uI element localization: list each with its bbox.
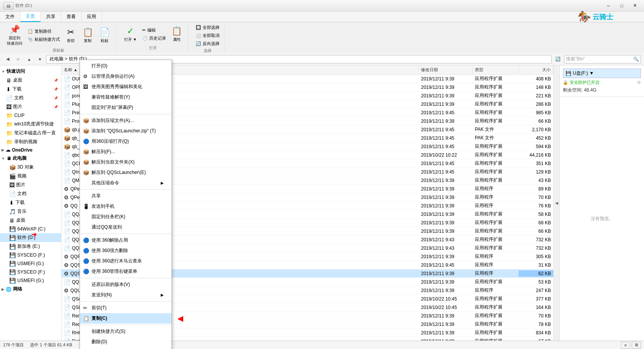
- ctx-share[interactable]: 共享: [80, 191, 171, 201]
- close-button[interactable]: ✕: [629, 2, 641, 10]
- sidebar-item-desktop[interactable]: 🖥 桌面 📌: [0, 76, 61, 85]
- ctx-cut[interactable]: ✂剪切(T): [80, 303, 171, 313]
- sidebar-item-c-drive[interactable]: 💾 64WinXP (C:): [0, 225, 61, 233]
- tab-file[interactable]: 文件: [0, 12, 20, 22]
- up-button[interactable]: ▲: [25, 55, 34, 64]
- ctx-restore-version[interactable]: 还原以前的版本(V): [80, 279, 171, 290]
- ctx-send-phone[interactable]: 📱发送到手机: [80, 201, 171, 212]
- col-date[interactable]: 修改日期: [419, 66, 473, 73]
- file-date: 2019/12/11 9:39: [419, 287, 473, 294]
- grid-view-button[interactable]: ⊞: [632, 342, 641, 349]
- tab-view[interactable]: 查看: [61, 12, 82, 22]
- minimize-button[interactable]: ─: [602, 2, 615, 10]
- ctx-add-archive[interactable]: 📦添加到压缩文件(A)...: [80, 115, 171, 126]
- panel-collapse-button[interactable]: ◀: [553, 65, 559, 341]
- file-type: 应用程序: [473, 202, 519, 209]
- sidebar-section-network[interactable]: ▶ 🌐 网络: [0, 285, 61, 294]
- file-type: 应用程序扩展: [473, 160, 519, 167]
- ctx-extract-to[interactable]: 📦解压到(F)...: [80, 147, 171, 157]
- ctx-open[interactable]: 打开(O): [80, 61, 171, 71]
- ctx-rename[interactable]: 重命名(M): [80, 347, 171, 349]
- ctx-360-unlock[interactable]: 🔵使用 360解除占用: [80, 235, 171, 245]
- edit-button[interactable]: ✏ 编辑: [141, 27, 168, 34]
- cut-button[interactable]: ✂ 剪切: [63, 27, 78, 44]
- sidebar-item-g-drive[interactable]: 💾 USMEFI (G:): [0, 259, 61, 268]
- file-size: 62 KB: [519, 271, 553, 277]
- ctx-send-qq[interactable]: 通过QQ发送到: [80, 222, 171, 232]
- copy-button[interactable]: 📋 复制: [80, 27, 95, 44]
- sidebar-item-clip[interactable]: 📁 CLIP: [0, 111, 61, 120]
- search-box[interactable]: 搜索"Bin" 🔍: [564, 55, 641, 63]
- tab-home[interactable]: 主页: [20, 12, 41, 22]
- back-button[interactable]: ◀: [3, 55, 12, 64]
- ctx-create-shortcut[interactable]: 创建快捷方式(S): [80, 326, 171, 337]
- sidebar-item-desktop2[interactable]: 🖥 桌面: [0, 216, 61, 225]
- ctx-pin-start[interactable]: 固定到"开始"屏幕(P): [80, 102, 171, 113]
- f2-drive-label: SYSCEO (F:): [17, 269, 45, 275]
- sidebar-item-documents[interactable]: 📄 文档 📌: [0, 94, 61, 102]
- tab-share[interactable]: 共享: [41, 12, 61, 22]
- paste-button[interactable]: 📄 粘贴: [97, 27, 112, 44]
- sidebar-item-disk-usage[interactable]: 📁 笔记本磁盘占用一直: [0, 129, 61, 137]
- sidebar-item-recorded-videos[interactable]: 📁 录制的视频: [0, 137, 61, 146]
- ctx-pin-taskbar[interactable]: 固定到任务栏(K): [80, 212, 171, 222]
- ctx-extract-folder[interactable]: 📦解压到 QQScLauncher\(E): [80, 167, 171, 178]
- open-button[interactable]: ✓ 打开 ▼: [122, 25, 139, 43]
- ctx-copy[interactable]: 📋复制(C) ◀: [80, 313, 171, 324]
- file-icon: ⚙: [64, 262, 69, 268]
- file-size: 452 KB: [519, 135, 553, 141]
- ctx-delete[interactable]: 删除(D): [80, 337, 171, 347]
- sidebar-item-g2-drive[interactable]: 💾 USMEFI (G:): [0, 276, 61, 285]
- paste-shortcut-button[interactable]: 📎 粘贴快捷方式: [26, 36, 62, 43]
- properties-button[interactable]: 📋 属性: [169, 25, 185, 43]
- select-all-button[interactable]: 🔲 全部选择: [194, 24, 221, 31]
- sidebar-item-e-drive[interactable]: 💾 新加卷 (E:): [0, 242, 61, 251]
- sidebar-item-pictures[interactable]: 🖼 图片 📌: [0, 102, 61, 111]
- ctx-compat[interactable]: 兼容性疑难解答(Y): [80, 92, 171, 102]
- copy-path-button[interactable]: 📋 复制路径: [26, 28, 62, 35]
- sidebar-item-f-drive[interactable]: 💾 SYSCEO (F:): [0, 251, 61, 259]
- settings-icon[interactable]: ⚙: [637, 80, 641, 85]
- ctx-360-force-delete[interactable]: 🔵使用 360强力删除: [80, 245, 171, 256]
- ctx-360-open[interactable]: 🔵用360压缩打开(Q): [80, 136, 171, 147]
- sidebar-item-downloads[interactable]: ⬇ 下载 📌: [0, 85, 61, 94]
- ctx-add-zip[interactable]: 📦添加到 "QQScLauncher.zip" (T): [80, 126, 171, 136]
- list-view-button[interactable]: ≡: [621, 342, 630, 349]
- ctx-360-manage[interactable]: 🔵使用 360管理右键菜单: [80, 266, 171, 277]
- sidebar-section-this-pc[interactable]: ▼ 🖥 此电脑: [0, 154, 61, 163]
- forward-button[interactable]: ▶: [14, 55, 23, 64]
- ctx-send-to[interactable]: 发送到(N)▶: [80, 290, 171, 300]
- sidebar-item-d-drive[interactable]: 💾 软件 (D:): [0, 233, 61, 242]
- sidebar-item-music[interactable]: 🎵 音乐: [0, 207, 61, 216]
- sidebar-section-onedrive[interactable]: ▶ ☁ OneDrive: [0, 146, 61, 154]
- sidebar-item-pics[interactable]: 🖼 图片: [0, 180, 61, 189]
- 360-scan-icon: 🔵: [83, 258, 89, 264]
- sidebar-item-3d[interactable]: 📦 3D 对象: [0, 163, 61, 172]
- pin-to-quick-access-button[interactable]: 📌 固定到快速访问: [5, 24, 25, 47]
- sidebar-item-brightness[interactable]: 📁 win10亮度调节快捷: [0, 120, 61, 129]
- ctx-meitu[interactable]: 🖼使用美图秀秀编辑和美化: [80, 82, 171, 92]
- udisk-selector[interactable]: 💾 U盘(F:) ▼: [563, 68, 641, 78]
- select-none-button[interactable]: ⬜ 全部取消: [194, 32, 221, 39]
- ctx-run-as-admin[interactable]: ⚙以管理员身份运行(A): [80, 71, 171, 82]
- tab-app[interactable]: 应用: [82, 12, 102, 22]
- history-button[interactable]: 🕐 历史记录: [141, 35, 168, 42]
- logo-text: 云骑士: [592, 12, 613, 22]
- ctx-360-scan[interactable]: 🔵使用 360进行木马云查杀: [80, 256, 171, 266]
- ctx-other-compress[interactable]: 其他压缩命令▶: [80, 178, 171, 188]
- invert-selection-button[interactable]: 🔄 反向选择: [194, 40, 221, 47]
- maximize-button[interactable]: □: [616, 2, 628, 10]
- sidebar-item-f2-drive[interactable]: 💾 SYSCEO (F:): [0, 268, 61, 276]
- sidebar-item-video[interactable]: 🎬 视频: [0, 172, 61, 180]
- titlebar-menu-btn[interactable]: 🗂: [3, 2, 14, 10]
- file-size: 66 KB: [519, 228, 553, 234]
- col-type[interactable]: 类型: [473, 66, 519, 73]
- col-size[interactable]: 大小: [519, 66, 553, 73]
- sidebar-section-quick-access[interactable]: ▼ 快速访问: [0, 67, 61, 76]
- sidebar-item-docs[interactable]: 📄 文档: [0, 189, 61, 198]
- ctx-extract-here[interactable]: 📦解压到当前文件夹(X): [80, 157, 171, 167]
- g2-drive-icon: 💾: [9, 277, 16, 284]
- recent-button[interactable]: ▼: [35, 55, 45, 64]
- sidebar-item-dl[interactable]: ⬇ 下载: [0, 198, 61, 207]
- refresh-button[interactable]: 🔄: [553, 55, 562, 64]
